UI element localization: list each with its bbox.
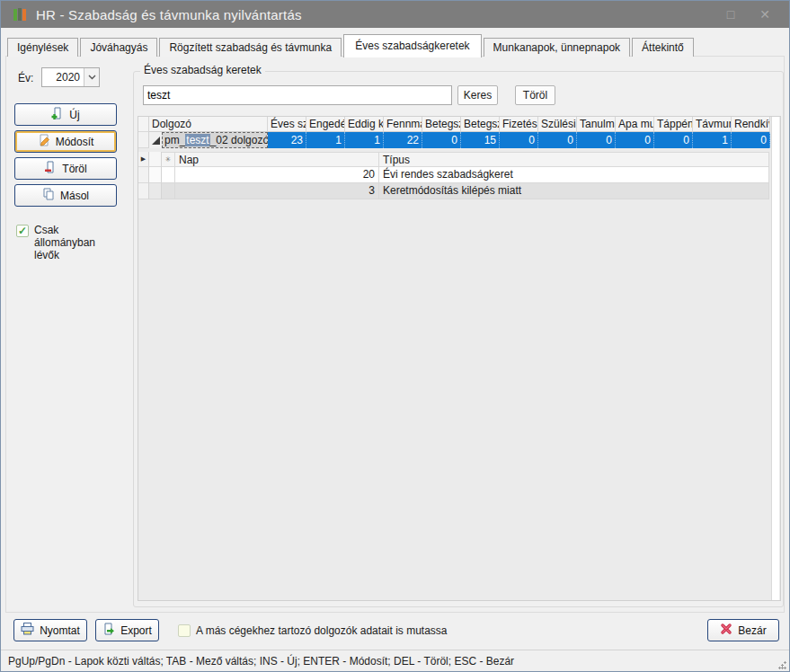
- only-staff-label: Csak állományban lévők: [34, 224, 122, 261]
- window-title: HR - Szabadság és távmunka nyilvántartás: [36, 7, 302, 22]
- detail-filter-icon: ✳: [162, 152, 175, 167]
- row-indicator-column: ▶: [138, 117, 149, 199]
- cell-rendkivuli[interactable]: 0: [732, 132, 770, 148]
- new-button[interactable]: Új: [14, 103, 117, 126]
- cell-fennmarado[interactable]: 22: [384, 132, 422, 148]
- cell-betegszabadsag-2[interactable]: 15: [461, 132, 500, 148]
- cell-tappenz[interactable]: 0: [654, 132, 693, 148]
- grid-header-row: ✳ Dolgozó Éves sza Engedél Eddig kiv Fen…: [138, 117, 770, 132]
- export-icon: [102, 623, 115, 638]
- leave-grid: ✳ Dolgozó Éves sza Engedél Eddig kiv Fen…: [138, 116, 781, 601]
- pencil-icon: [38, 134, 50, 149]
- annual-leave-groupbox: Éves szabadság keretek Keres Töröl ✳ Dol…: [133, 71, 784, 607]
- cell-eddig-kivett[interactable]: 1: [345, 132, 384, 148]
- app-window: HR - Szabadság és távmunka nyilvántartás…: [0, 0, 790, 672]
- cell-szulesi[interactable]: 0: [538, 132, 577, 148]
- status-bar: PgUp/PgDn - Lapok közti váltás; TAB - Me…: [1, 650, 789, 672]
- copy-pages-icon: [42, 188, 55, 203]
- detail-row[interactable]: 3 Keretmódosítás kilépés miatt: [162, 183, 769, 199]
- row-indicator-icon: ▶: [138, 152, 149, 167]
- close-window-button[interactable]: ✕: [748, 1, 782, 28]
- column-header-engedely[interactable]: Engedél: [306, 117, 345, 132]
- app-icon: [12, 7, 28, 22]
- search-button[interactable]: Keres: [457, 85, 498, 105]
- column-header-betegszabadsag-2[interactable]: Betegsz:: [461, 117, 500, 132]
- expand-icon[interactable]: [149, 132, 162, 148]
- detail-nap-value[interactable]: 3: [175, 183, 379, 199]
- cell-tanulmanyi[interactable]: 0: [577, 132, 616, 148]
- chevron-down-icon[interactable]: [84, 68, 99, 86]
- detail-header-row: ✳ Nap Típus: [162, 152, 769, 167]
- detail-row[interactable]: 20 Évi rendes szabadságkeret: [162, 167, 769, 183]
- column-header-dolgozo[interactable]: Dolgozó: [149, 117, 268, 132]
- detail-column-nap[interactable]: Nap: [175, 152, 379, 167]
- column-header-betegszabadsag-1[interactable]: Betegsz: [422, 117, 461, 132]
- year-label: Év:: [18, 72, 33, 84]
- groupbox-title: Éves szabadság keretek: [140, 64, 265, 76]
- tab-strip: Igénylések Jóváhagyás Rögzített szabadsá…: [7, 33, 696, 57]
- only-staff-checkbox[interactable]: ✓ Csak állományban lévők: [16, 224, 122, 261]
- edit-button[interactable]: Módosít: [14, 130, 117, 153]
- cell-engedely[interactable]: 1: [306, 132, 345, 148]
- detail-column-tipus[interactable]: Típus: [379, 152, 769, 167]
- tab-attekinto[interactable]: Áttekintő: [632, 38, 694, 57]
- close-button[interactable]: Bezár: [707, 619, 779, 641]
- cell-tavmunka[interactable]: 1: [693, 132, 732, 148]
- tab-page: Év: 2020 Új Módosít: [5, 56, 785, 613]
- column-header-apa-munkaido[interactable]: Apa mur: [616, 117, 654, 132]
- cell-betegszabadsag-1[interactable]: 0: [422, 132, 461, 148]
- column-header-tappenz[interactable]: Táppén:: [654, 117, 693, 132]
- year-value: 2020: [42, 71, 84, 84]
- search-input[interactable]: [143, 85, 452, 105]
- column-header-tavmunka[interactable]: Távmunl: [693, 117, 732, 132]
- cell-apa-munkaido[interactable]: 0: [616, 132, 654, 148]
- tab-rogzitett-szabadsag[interactable]: Rögzített szabadság és távmunka: [159, 38, 342, 57]
- tab-munkanapok[interactable]: Munkanapok, ünnepnapok: [484, 38, 630, 57]
- detail-tipus-value[interactable]: Keretmódosítás kilépés miatt: [379, 183, 769, 199]
- copy-button[interactable]: Másol: [14, 184, 117, 207]
- column-header-fennmarado[interactable]: Fennma: [384, 117, 422, 132]
- other-companies-label: A más cégekhez tartozó dolgozók adatait …: [196, 624, 448, 637]
- other-companies-checkbox[interactable]: A más cégekhez tartozó dolgozók adatait …: [178, 623, 448, 637]
- tab-eves-szabadsagkeretek[interactable]: Éves szabadságkeretek: [343, 34, 481, 57]
- search-match-highlight: teszt: [185, 134, 209, 146]
- checkmark-icon[interactable]: ✓: [16, 225, 29, 237]
- print-button[interactable]: Nyomtat: [13, 619, 87, 641]
- export-button[interactable]: Export: [95, 619, 159, 641]
- delete-button[interactable]: Töröl: [14, 157, 117, 180]
- column-header-eddig-kivett[interactable]: Eddig kiv: [345, 117, 384, 132]
- detail-nap-value[interactable]: 20: [175, 167, 379, 183]
- cell-eves[interactable]: 23: [268, 132, 306, 148]
- expand-column: [149, 152, 162, 199]
- clear-search-button[interactable]: Töröl: [515, 85, 555, 105]
- title-bar[interactable]: HR - Szabadság és távmunka nyilvántartás…: [1, 1, 789, 28]
- column-header-tanulmanyi[interactable]: Tanulmá: [577, 117, 616, 132]
- column-header-eves[interactable]: Éves sza: [268, 117, 306, 132]
- year-select[interactable]: 2020: [41, 67, 100, 87]
- tab-igenylesek[interactable]: Igénylések: [7, 38, 78, 57]
- column-header-fizetes-nelkuli[interactable]: Fizetés n: [500, 117, 538, 132]
- cell-fizetes-nelkuli[interactable]: 0: [500, 132, 538, 148]
- red-x-icon: [720, 623, 732, 638]
- printer-icon: [21, 623, 34, 638]
- resize-grip-icon[interactable]: [778, 661, 786, 669]
- employee-name-cell[interactable]: pm_teszt_02 dolgozó: [162, 132, 268, 148]
- vertical-scrollbar[interactable]: [771, 117, 779, 600]
- status-text: PgUp/PgDn - Lapok közti váltás; TAB - Me…: [8, 655, 514, 668]
- page-minus-icon: [44, 161, 57, 176]
- detail-tipus-value[interactable]: Évi rendes szabadságkeret: [379, 167, 769, 183]
- maximize-button[interactable]: □: [714, 1, 748, 28]
- column-header-szulesi[interactable]: Szülési s: [538, 117, 577, 132]
- checkbox-empty-icon[interactable]: [178, 624, 191, 637]
- tab-jovahagyas[interactable]: Jóváhagyás: [80, 38, 157, 57]
- column-header-rendkivuli[interactable]: Rendkív: [732, 117, 770, 132]
- page-plus-icon: [51, 107, 64, 122]
- employee-row[interactable]: pm_teszt_02 dolgozó 23 1 1 22 0 15 0 0 0…: [149, 132, 770, 148]
